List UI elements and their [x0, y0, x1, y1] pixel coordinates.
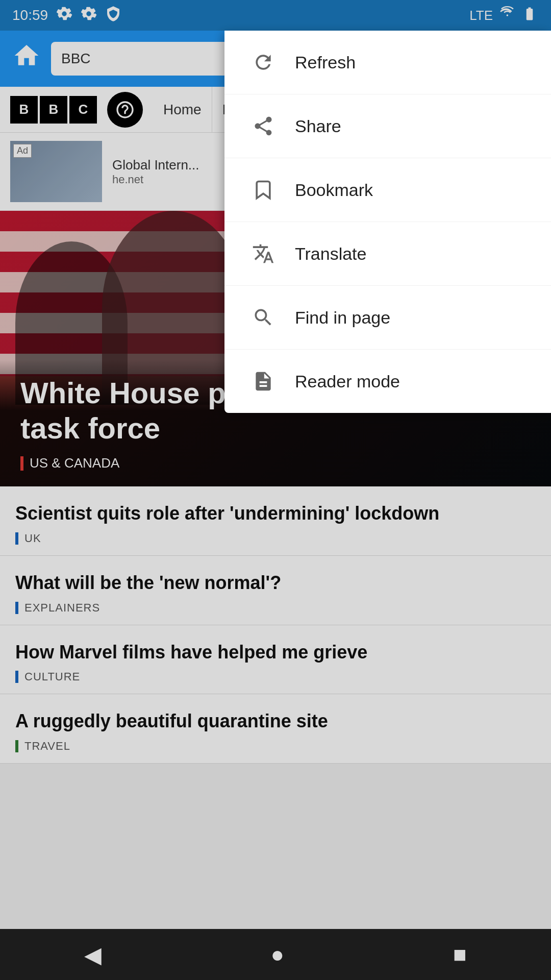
menu-find-label: Find in page	[295, 308, 390, 328]
menu-item-reader-mode[interactable]: Reader mode	[224, 350, 551, 413]
bookmark-icon	[250, 177, 277, 203]
menu-item-translate[interactable]: Translate	[224, 222, 551, 286]
refresh-icon	[250, 49, 277, 76]
menu-item-share[interactable]: Share	[224, 94, 551, 158]
menu-reader-label: Reader mode	[295, 372, 400, 391]
context-menu: Refresh Share Bookmark Translate Find in	[224, 31, 551, 413]
translate-icon	[250, 240, 277, 267]
menu-bookmark-label: Bookmark	[295, 180, 373, 200]
menu-translate-label: Translate	[295, 244, 366, 264]
reader-icon	[250, 368, 277, 395]
menu-share-label: Share	[295, 116, 341, 136]
share-icon	[250, 113, 277, 139]
menu-item-find-in-page[interactable]: Find in page	[224, 286, 551, 350]
menu-item-bookmark[interactable]: Bookmark	[224, 158, 551, 222]
menu-item-refresh[interactable]: Refresh	[224, 31, 551, 94]
find-icon	[250, 304, 277, 331]
dropdown-overlay[interactable]: Refresh Share Bookmark Translate Find in	[0, 0, 551, 980]
menu-refresh-label: Refresh	[295, 53, 356, 72]
